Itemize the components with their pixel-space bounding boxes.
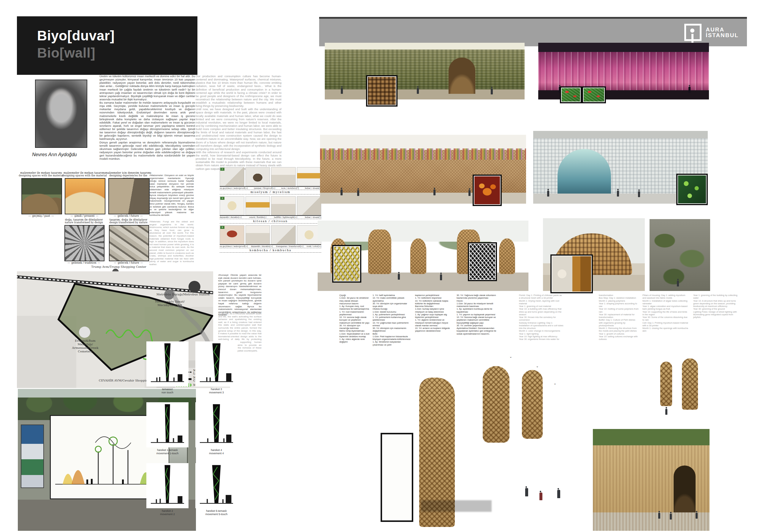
map-label-trump: Trump Avm/Trump Shopping Center (89, 265, 148, 269)
section-caption: hareket 3movement 3 (195, 388, 238, 395)
title-block: Biyo[duvar] Bio[wall] (17, 16, 197, 75)
diagram-caption: doğa, tasarım ile dönüşüyornature transf… (61, 218, 107, 224)
author-portrait-photo (35, 79, 87, 148)
photo-mud-huts-past (22, 178, 62, 214)
inset-mesh-prototype-photo (468, 242, 497, 281)
wall-opening (449, 58, 475, 94)
diagram-caption: gelecek / future (105, 261, 151, 264)
top-banner: AURA İSTANBUL (319, 17, 747, 46)
section-caption: hareket 5-temaslımovement 5-touch (195, 509, 238, 516)
diagram-caption: malzemeler ile mekan tasarımıdesigning s… (18, 171, 65, 177)
lab-photo: 4 (271, 196, 296, 215)
materials-text-turkish: //Malzemeler: Dünyanın en eski ve büyük … (149, 174, 194, 217)
program-column-en-1: Florist: Day 1: Printing of chitosan pas… (519, 294, 563, 341)
section-caption: hareket 2movement 2 (146, 509, 189, 516)
diagram-caption: tasarım, doğa ile dönüşüyordesign transf… (105, 218, 151, 224)
section-diagram-movement5 (195, 463, 238, 508)
page-subtitle: Bio[wall] (37, 45, 95, 61)
photo-steel-truss-tradition (65, 225, 105, 261)
chitosan-test-row: 3 4 dayanıklı / durable[+] esnek / flexi… (220, 196, 321, 223)
material-tests-strip: 1 2 su geçirmez / waterproof[+] yanmaz /… (220, 167, 321, 270)
section-diagram-movement4 (195, 402, 238, 447)
map-label-metrobus: Metrobüs Durağı/Metrobus Station (157, 293, 212, 296)
diagram-caption: malzemeler ile mekan tasarımıdesigning s… (61, 171, 108, 177)
step-tag: 6 (220, 226, 224, 229)
inset-woven-facade-photo (366, 75, 398, 107)
lab-photo: 6 (246, 225, 270, 244)
photo-geodesic-dome-present (65, 178, 105, 214)
program-column-tr-4: 30. Yıl: Yağmura bağlı olarak sütunların… (456, 294, 500, 335)
glass-arch-opening (557, 149, 611, 194)
section-caption: temassıznon touch (146, 388, 189, 395)
intro-text-english: Our production and consumption culture h… (196, 74, 281, 170)
photo-mossy-wall (649, 219, 710, 291)
intro-text-turkish: Üretim ve tüketim kültürümüz insan merke… (99, 74, 195, 160)
lab-photo (297, 167, 321, 186)
diagram-caption: şimdi / present (61, 214, 108, 217)
inset-coral-growth-photo (473, 174, 502, 206)
section-diagram-movement3 (195, 341, 238, 387)
section-diagram-movement2 (146, 463, 189, 508)
aura-logo-wordmark: AURA İSTANBUL (706, 27, 738, 38)
lab-photo: 2 (246, 167, 270, 186)
section-caption: hareket 1-temaslımovement 1-touch (146, 449, 189, 456)
program-column-en-2: transformation Bus Stop: Day 1: skeleton… (599, 294, 639, 341)
inset-bacteria-photo (582, 86, 606, 103)
step-tag: 4 (220, 197, 224, 200)
row-header: miselyum / mycelium (220, 190, 321, 194)
map-label-sanat: Mecidiyeköy Sanat/ Mecidiyeköy Art (148, 300, 192, 307)
program-column-tr-1: Çiçeği: 1.Gün: 3d yazıcı ile strüktürel … (339, 294, 370, 344)
materials-text-english: //Materials: Fungi are the oldest and la… (149, 220, 194, 266)
kombucha-test-row: 5 6 su geçirmez / waterproof[+] dayanıkl… (220, 225, 321, 253)
lab-photo (246, 196, 270, 215)
author-name: Nevres Arın Aydoğdu (32, 152, 91, 157)
inset-cell-culture-photo (676, 174, 708, 205)
aura-logo-icon (684, 24, 701, 41)
diagram-caption: gelecek / future (105, 214, 152, 217)
program-column-en-4: Year 1: greening of the building by coll… (693, 294, 741, 318)
program-column-tr-3: kaplarının yerleştirilmesi 1. Yıl: kültü… (415, 294, 453, 332)
concept-text-turkish: //Konsept: Ölümle yaşam arasında bir eşi… (218, 274, 261, 316)
row-header: kitosan / chitosan (220, 219, 321, 223)
section-diagram-nontouch (146, 341, 189, 387)
render-green-hedge-wall (325, 43, 525, 99)
program-column-en-3: Pillars of Housing: Day 1: adding myceli… (642, 294, 689, 332)
diagram-caption: geçmiş / past (18, 214, 65, 217)
render-street-view-columns (593, 339, 710, 425)
aura-istanbul-logo: AURA İSTANBUL (684, 23, 738, 42)
step-tag: 2 (220, 168, 224, 171)
inset-woven-column-model-photo (332, 245, 361, 283)
framed-detail-panel (381, 433, 413, 522)
mycelium-test-row: 1 2 su geçirmez / waterproof[+] yanmaz /… (220, 167, 321, 194)
program-column-tr-2: 1. Yıl: hafif aydınlatma 10. Yıl: maks v… (373, 294, 410, 346)
section-diagram-movement1 (146, 402, 189, 447)
section-caption: hareket 4movement 4 (195, 449, 238, 456)
page-title: Biyo[duvar] (37, 27, 115, 44)
inset-microalgae-photo (560, 86, 582, 103)
street-billboard (21, 424, 44, 488)
lab-photo (271, 167, 296, 186)
competition-board: Biyo[duvar] Bio[wall] AURA İSTANBUL Nevr… (0, 0, 760, 532)
photo-mycelium-tower-future (108, 178, 150, 214)
diagram-caption: gelenek / tradition (61, 261, 107, 264)
flowering-band (320, 148, 526, 160)
lab-photo (297, 196, 321, 215)
inset-petri-dish-and-jars-photo (550, 255, 593, 293)
render-rope-columns-plaza: ⌄⌄ ⌄ (412, 339, 589, 531)
wall-opening (674, 465, 695, 512)
map-label-cemetery: Ermeni&Rum Mezarlığı/ Armenian&Greek Cem… (62, 339, 109, 353)
render-tan-wall-opening (593, 429, 710, 531)
lab-photo (271, 225, 296, 244)
photo-mycelium-structure-future (109, 225, 149, 261)
row-header: kombucha / kombucha (220, 248, 321, 253)
